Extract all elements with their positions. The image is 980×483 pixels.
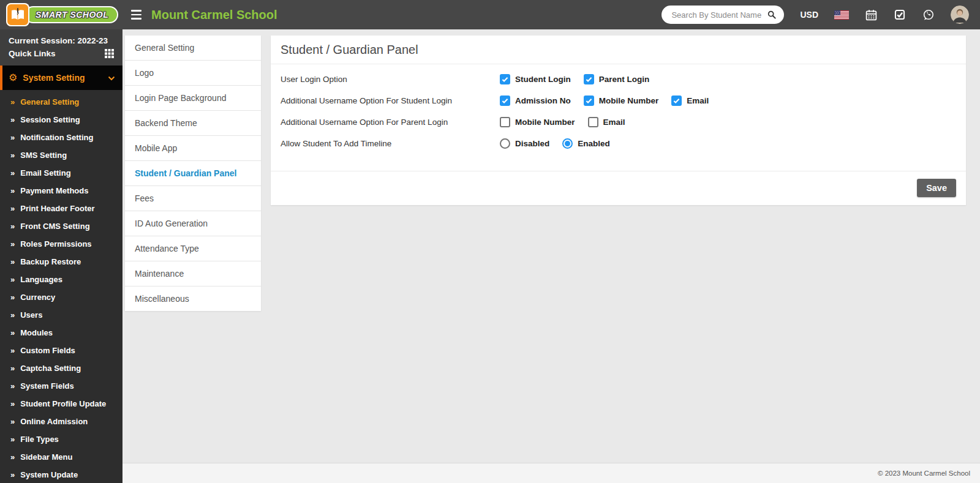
- double-chevron-icon: »: [10, 400, 15, 408]
- double-chevron-icon: »: [10, 436, 15, 443]
- double-chevron-icon: »: [10, 294, 15, 301]
- whatsapp-icon[interactable]: [922, 9, 935, 21]
- double-chevron-icon: »: [10, 454, 15, 461]
- setting-controls: DisabledEnabled: [500, 138, 610, 149]
- sidebar-item-label: Payment Methods: [20, 187, 88, 195]
- sidebar-item-print-header-footer[interactable]: »Print Header Footer: [0, 200, 123, 217]
- option-label: Enabled: [578, 139, 610, 148]
- header-actions: USD: [662, 6, 980, 24]
- sidebar-item-notification-setting[interactable]: »Notification Setting: [0, 129, 123, 146]
- settings-tab-logo[interactable]: Logo: [125, 61, 261, 86]
- brand-logo[interactable]: SMART SCHOOL: [0, 0, 123, 29]
- settings-tab-backend-theme[interactable]: Backend Theme: [125, 111, 261, 136]
- session-block: Current Session: 2022-23 Quick Links: [0, 29, 123, 66]
- sidebar-item-system-update[interactable]: »System Update: [0, 466, 123, 483]
- double-chevron-icon: »: [10, 365, 15, 372]
- grid-icon[interactable]: [105, 49, 114, 58]
- current-session-label: Current Session: 2022-23: [9, 34, 114, 47]
- quick-links-label[interactable]: Quick Links: [9, 47, 56, 60]
- option-label: Disabled: [515, 139, 549, 148]
- sidebar-menu-system-setting[interactable]: ⚙ System Setting: [0, 66, 123, 90]
- checkbox-option-mobile-number[interactable]: Mobile Number: [584, 95, 659, 106]
- search-icon[interactable]: [767, 10, 777, 20]
- menu-label: System Setting: [23, 73, 108, 83]
- sidebar-item-label: Users: [20, 311, 42, 320]
- sidebar: Current Session: 2022-23 Quick Links ⚙ S…: [0, 29, 123, 483]
- sidebar-item-sidebar-menu[interactable]: »Sidebar Menu: [0, 448, 123, 466]
- gears-icon: ⚙: [9, 73, 17, 83]
- sidebar-item-student-profile-update[interactable]: »Student Profile Update: [0, 395, 123, 413]
- checkbox-checked-icon[interactable]: [671, 95, 682, 106]
- search-input[interactable]: [671, 10, 767, 20]
- settings-tab-fees[interactable]: Fees: [125, 186, 261, 211]
- sidebar-item-label: Session Setting: [20, 116, 80, 124]
- checkbox-checked-icon[interactable]: [500, 95, 510, 106]
- settings-tab-general-setting[interactable]: General Setting: [125, 36, 261, 61]
- sidebar-item-online-admission[interactable]: »Online Admission: [0, 413, 123, 430]
- sidebar-item-front-cms-setting[interactable]: »Front CMS Setting: [0, 217, 123, 235]
- calendar-icon[interactable]: [865, 9, 878, 21]
- checkbox-option-admission-no[interactable]: Admission No: [500, 95, 571, 106]
- sidebar-item-label: Front CMS Setting: [20, 222, 89, 231]
- setting-controls: Mobile NumberEmail: [500, 117, 625, 127]
- settings-tab-miscellaneous[interactable]: Miscellaneous: [125, 286, 261, 311]
- radio-checked-icon[interactable]: [562, 138, 573, 149]
- open-book-icon: [6, 3, 29, 26]
- setting-row-user-login-option: User Login OptionStudent LoginParent Log…: [271, 69, 966, 90]
- option-label: Parent Login: [599, 75, 650, 84]
- settings-tab-login-page-background[interactable]: Login Page Background: [125, 86, 261, 111]
- chevron-down-icon: [108, 72, 115, 83]
- sidebar-item-backup-restore[interactable]: »Backup Restore: [0, 253, 123, 271]
- option-label: Email: [687, 96, 709, 105]
- sidebar-item-roles-permissions[interactable]: »Roles Permissions: [0, 235, 123, 253]
- sidebar-item-label: General Setting: [20, 98, 79, 107]
- settings-tab-attendance-type[interactable]: Attendance Type: [125, 236, 261, 261]
- sidebar-item-session-setting[interactable]: »Session Setting: [0, 111, 123, 129]
- sidebar-item-payment-methods[interactable]: »Payment Methods: [0, 182, 123, 200]
- checkbox-option-email[interactable]: Email: [671, 95, 709, 106]
- double-chevron-icon: »: [10, 347, 15, 354]
- checkbox-checked-icon[interactable]: [584, 74, 594, 84]
- checkbox-checked-icon[interactable]: [584, 95, 594, 106]
- sidebar-item-general-setting[interactable]: »General Setting: [0, 93, 123, 111]
- currency-selector[interactable]: USD: [800, 10, 818, 20]
- save-button[interactable]: Save: [917, 179, 956, 197]
- radio-unchecked-icon[interactable]: [500, 138, 510, 149]
- radio-option-enabled[interactable]: Enabled: [562, 138, 610, 149]
- sidebar-item-sms-setting[interactable]: »SMS Setting: [0, 146, 123, 164]
- sidebar-item-custom-fields[interactable]: »Custom Fields: [0, 342, 123, 359]
- sidebar-item-email-setting[interactable]: »Email Setting: [0, 164, 123, 182]
- checkbox-option-mobile-number[interactable]: Mobile Number: [500, 117, 575, 127]
- sidebar-item-captcha-setting[interactable]: »Captcha Setting: [0, 359, 123, 377]
- copyright-text: © 2023 Mount Carmel School: [878, 470, 970, 477]
- settings-tab-mobile-app[interactable]: Mobile App: [125, 136, 261, 161]
- double-chevron-icon: »: [10, 223, 15, 230]
- language-flag-icon[interactable]: [834, 10, 849, 20]
- checkbox-checked-icon[interactable]: [500, 74, 510, 84]
- checkbox-unchecked-icon[interactable]: [588, 117, 598, 127]
- sidebar-item-system-fields[interactable]: »System Fields: [0, 377, 123, 395]
- student-search-box[interactable]: [662, 6, 784, 24]
- user-avatar[interactable]: [951, 6, 969, 24]
- settings-tab-id-auto-generation[interactable]: ID Auto Generation: [125, 211, 261, 236]
- checkbox-option-email[interactable]: Email: [588, 117, 625, 127]
- content-panel: Student / Guardian Panel User Login Opti…: [271, 36, 966, 205]
- sidebar-item-users[interactable]: »Users: [0, 306, 123, 324]
- hamburger-icon[interactable]: [131, 9, 141, 21]
- tasks-icon[interactable]: [894, 9, 906, 21]
- sidebar-item-languages[interactable]: »Languages: [0, 271, 123, 288]
- sidebar-item-file-types[interactable]: »File Types: [0, 430, 123, 448]
- sidebar-item-label: Backup Restore: [20, 258, 81, 266]
- settings-tab-student-guardian-panel[interactable]: Student / Guardian Panel: [125, 161, 261, 186]
- setting-row-allow-student-to-add-timeline: Allow Student To Add TimelineDisabledEna…: [271, 133, 966, 154]
- checkbox-option-student-login[interactable]: Student Login: [500, 74, 571, 84]
- sidebar-item-label: Print Header Footer: [20, 204, 94, 213]
- checkbox-option-parent-login[interactable]: Parent Login: [584, 74, 650, 84]
- double-chevron-icon: »: [10, 99, 15, 106]
- sidebar-item-currency[interactable]: »Currency: [0, 288, 123, 306]
- sidebar-item-modules[interactable]: »Modules: [0, 324, 123, 342]
- radio-option-disabled[interactable]: Disabled: [500, 138, 549, 149]
- settings-tab-maintenance[interactable]: Maintenance: [125, 261, 261, 286]
- double-chevron-icon: »: [10, 134, 15, 141]
- checkbox-unchecked-icon[interactable]: [500, 117, 510, 127]
